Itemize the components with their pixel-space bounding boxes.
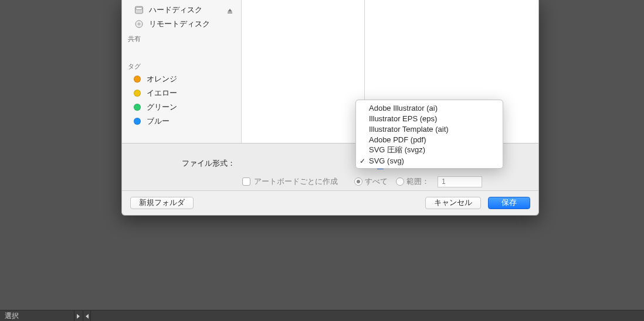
sidebar-device-remote-disc[interactable]: リモートディスク: [122, 17, 241, 31]
file-format-option-label: SVG (svg): [369, 156, 404, 165]
file-format-option-label: Adobe Illustrator (ai): [369, 104, 438, 112]
file-format-option[interactable]: Adobe PDF (pdf): [356, 134, 503, 145]
file-format-option-label: Illustrator EPS (eps): [369, 114, 437, 123]
triangle-right-icon: [77, 314, 80, 319]
file-format-option-label: SVG 圧縮 (svgz): [369, 145, 425, 155]
hdd-icon: [134, 5, 144, 15]
sidebar-device-hdd[interactable]: ハードディスク: [122, 3, 241, 17]
sidebar-tag-label: グリーン: [147, 102, 177, 112]
artboard-all-label: すべて: [365, 176, 388, 187]
new-folder-button[interactable]: 新規フォルダ: [130, 197, 194, 209]
triangle-left-icon: [86, 314, 89, 319]
sidebar-tag-blue[interactable]: ブルー: [122, 114, 241, 128]
sidebar-tag-orange[interactable]: オレンジ: [122, 72, 241, 86]
file-format-option-label: Adobe PDF (pdf): [369, 135, 426, 144]
save-button[interactable]: 保存: [488, 197, 530, 209]
tag-dot-icon: [134, 76, 141, 83]
file-format-option[interactable]: ✓SVG (svg): [356, 155, 503, 166]
file-format-option[interactable]: Illustrator EPS (eps): [356, 113, 503, 124]
sidebar-tag-label: ブルー: [147, 116, 170, 127]
artboard-all-radio[interactable]: [354, 177, 362, 186]
remote-disc-icon: [134, 19, 144, 29]
sidebar-device-label: リモートディスク: [149, 19, 210, 29]
status-scroll-left[interactable]: [83, 310, 91, 321]
file-browser-column-1[interactable]: [242, 0, 365, 143]
per-artboard-checkbox[interactable]: [242, 177, 250, 186]
tag-dot-icon: [134, 118, 141, 125]
sidebar-device-label: ハードディスク: [149, 5, 202, 15]
status-scroll-right[interactable]: [74, 310, 82, 321]
file-format-option-label: Illustrator Template (ait): [369, 125, 449, 134]
sidebar-tag-label: イエロー: [147, 88, 177, 98]
artboard-range-label: 範囲：: [406, 176, 429, 187]
svg-rect-1: [136, 8, 142, 10]
sidebar-tag-yellow[interactable]: イエロー: [122, 86, 241, 100]
sidebar: ハードディスク リモートディスク 共有 タグ オレンジ イエロー グリーン: [122, 0, 242, 143]
artboard-range-input[interactable]: [438, 176, 482, 187]
sidebar-tag-green[interactable]: グリーン: [122, 100, 241, 114]
file-format-option[interactable]: Illustrator Template (ait): [356, 124, 503, 134]
file-format-menu: Adobe Illustrator (ai) Illustrator EPS (…: [355, 100, 503, 169]
svg-rect-2: [228, 12, 232, 13]
tag-dot-icon: [134, 104, 141, 111]
dialog-button-bar: 新規フォルダ キャンセル 保存: [122, 190, 538, 215]
svg-point-4: [138, 23, 140, 25]
file-format-label: ファイル形式：: [182, 158, 235, 169]
per-artboard-label: アートボードごとに作成: [254, 176, 338, 187]
eject-icon[interactable]: [227, 7, 233, 13]
status-selection-label: 選択: [0, 311, 19, 321]
sidebar-heading-shared: 共有: [122, 31, 241, 45]
sidebar-tag-label: オレンジ: [147, 74, 177, 84]
sidebar-heading-tags: タグ: [122, 59, 241, 72]
checkmark-icon: ✓: [360, 157, 365, 165]
tag-dot-icon: [134, 90, 141, 97]
cancel-button[interactable]: キャンセル: [425, 197, 481, 209]
artboard-range-radio[interactable]: [396, 177, 404, 186]
app-status-bar: 選択: [0, 310, 644, 321]
file-format-option[interactable]: SVG 圧縮 (svgz): [356, 145, 503, 155]
file-format-option[interactable]: Adobe Illustrator (ai): [356, 103, 503, 113]
